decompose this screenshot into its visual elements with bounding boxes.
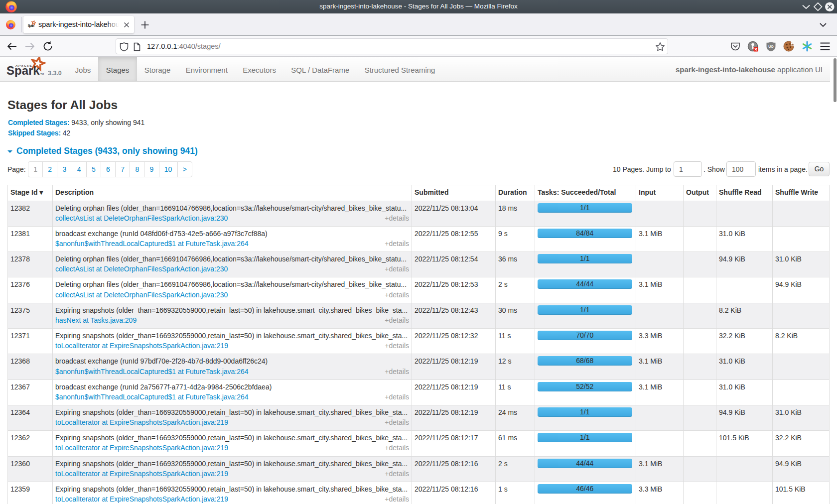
svg-text:Spark: Spark <box>28 23 35 28</box>
svg-text:TM: TM <box>40 73 44 76</box>
svg-text:APACHE: APACHE <box>15 64 33 67</box>
svg-text:UO: UO <box>768 45 774 48</box>
